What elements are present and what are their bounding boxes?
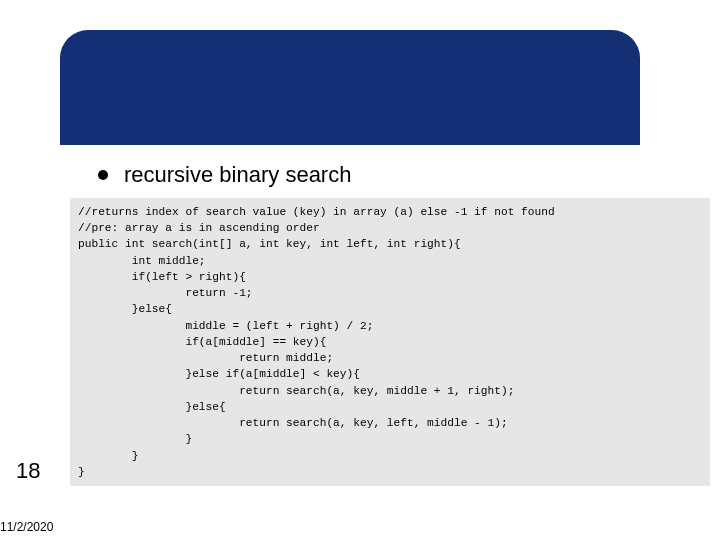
code-line: return -1;: [78, 287, 253, 299]
code-line: int middle;: [78, 255, 206, 267]
code-line: if(a[middle] == key){: [78, 336, 326, 348]
code-block: //returns index of search value (key) in…: [70, 198, 710, 486]
footer-date: 11/2/2020: [0, 520, 53, 534]
header-band: [60, 30, 640, 145]
page-number: 18: [16, 458, 40, 484]
code-line: middle = (left + right) / 2;: [78, 320, 373, 332]
code-line: public int search(int[] a, int key, int …: [78, 238, 461, 250]
code-line: }: [78, 433, 192, 445]
code-line: return search(a, key, middle + 1, right)…: [78, 385, 514, 397]
code-line: return middle;: [78, 352, 333, 364]
bullet-text: recursive binary search: [124, 162, 351, 188]
code-line: }: [78, 450, 138, 462]
code-line: //pre: array a is in ascending order: [78, 222, 320, 234]
code-line: }else{: [78, 303, 172, 315]
code-line: }else if(a[middle] < key){: [78, 368, 360, 380]
code-line: }else{: [78, 401, 226, 413]
code-line: return search(a, key, left, middle - 1);: [78, 417, 508, 429]
bullet-dot-icon: [98, 170, 108, 180]
code-line: if(left > right){: [78, 271, 246, 283]
code-line: }: [78, 466, 85, 478]
code-line: //returns index of search value (key) in…: [78, 206, 555, 218]
slide: recursive binary search //returns index …: [0, 0, 720, 540]
bullet-row: recursive binary search: [98, 162, 351, 188]
